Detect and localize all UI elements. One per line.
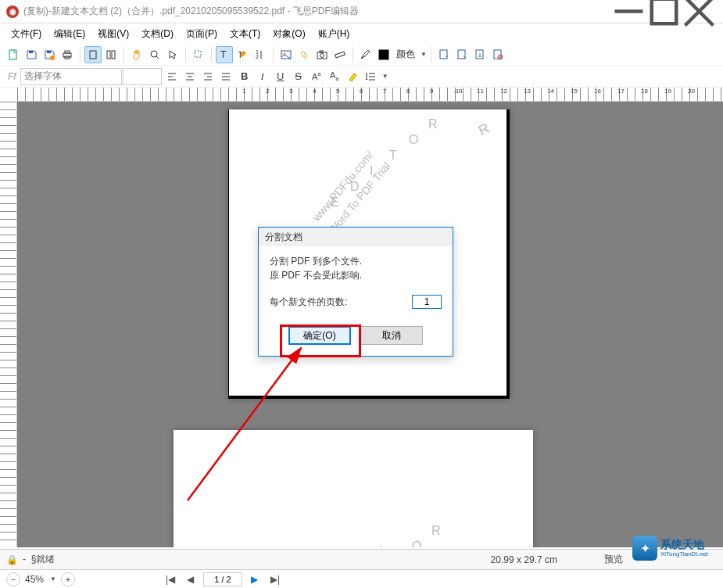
- svg-rect-11: [90, 51, 96, 59]
- svg-rect-26: [320, 51, 323, 52]
- prev-page-button[interactable]: ◀: [183, 572, 199, 586]
- toolbar-format: Ff 选择字体 B I U S Aa Aa ▼: [0, 66, 723, 88]
- pages-per-file-input[interactable]: [412, 295, 442, 309]
- color-picker-button[interactable]: [375, 46, 392, 63]
- svg-point-25: [320, 53, 324, 57]
- page-dimensions: 20.99 x 29.7 cm: [491, 554, 557, 565]
- line-spacing-button[interactable]: [363, 68, 380, 85]
- menu-view[interactable]: 视图(V): [91, 25, 135, 43]
- save-as-button[interactable]: [41, 46, 58, 63]
- font-selector[interactable]: 选择字体: [20, 68, 122, 85]
- zoom-level: 45%: [25, 574, 44, 585]
- menu-document[interactable]: 文档(D): [135, 25, 180, 43]
- dialog-line1: 分割 PDF 到多个文件.: [270, 254, 442, 268]
- continuous-mode-button[interactable]: [102, 46, 120, 63]
- app-icon: ◉: [6, 5, 19, 18]
- pages-per-file-label: 每个新文件的页数:: [270, 295, 412, 309]
- dialog-line2: 原 PDF 不会受此影响.: [270, 268, 442, 282]
- hand-tool-button[interactable]: [128, 46, 145, 63]
- window-title: (复制)-新建文本文档 (2)（合并）.pdf_2021020509553952…: [23, 5, 611, 18]
- status-ready: - §就绪: [23, 553, 55, 566]
- watermark-url: www.PDFdu.com/: [310, 149, 376, 224]
- text-tool-button[interactable]: T: [216, 46, 233, 63]
- statusbar-upper: 🔒 - §就绪 20.99 x 29.7 cm 预览: [0, 549, 723, 569]
- subscript-button[interactable]: Aa: [326, 68, 343, 85]
- titlebar: ◉ (复制)-新建文本文档 (2)（合并）.pdf_20210205095539…: [0, 0, 723, 23]
- page-number-input[interactable]: [203, 572, 242, 586]
- extract-page-button[interactable]: [471, 46, 489, 63]
- menu-text[interactable]: 文本(T): [224, 25, 267, 43]
- align-right-button[interactable]: [199, 68, 217, 85]
- font-family-label: Ff: [5, 71, 20, 82]
- dialog-body: 分割 PDF 到多个文件. 原 PDF 不会受此影响. 每个新文件的页数:: [259, 246, 453, 317]
- menu-page[interactable]: 页面(P): [180, 25, 224, 43]
- last-page-button[interactable]: ▶|: [267, 572, 283, 586]
- svg-text:T: T: [220, 49, 227, 60]
- underline-button[interactable]: U: [272, 68, 289, 85]
- watermark-letters-1: R: [476, 117, 498, 139]
- maximize-button[interactable]: [646, 1, 682, 23]
- menu-edit[interactable]: 编辑(E): [48, 25, 91, 43]
- next-page-button[interactable]: ▶: [247, 572, 263, 586]
- ruler-horizontal: 123456789-1011121314151617181920: [17, 88, 723, 102]
- zoom-tool-button[interactable]: [146, 46, 163, 63]
- align-justify-button[interactable]: [217, 68, 234, 85]
- line-spacing-caret[interactable]: ▼: [382, 73, 388, 80]
- site-watermark-text1: 系统天地: [660, 539, 708, 550]
- image-tool-button[interactable]: [277, 46, 295, 63]
- new-file-button[interactable]: [5, 46, 22, 63]
- first-page-button[interactable]: |◀: [163, 572, 178, 586]
- delete-page-button[interactable]: [453, 46, 471, 63]
- brush-tool-button[interactable]: [357, 46, 374, 63]
- strikethrough-button[interactable]: S: [290, 68, 307, 85]
- svg-text:+: +: [445, 53, 449, 60]
- color-dropdown-caret[interactable]: ▼: [421, 51, 427, 58]
- page-mode-button[interactable]: [84, 46, 102, 63]
- superscript-button[interactable]: Aa: [308, 68, 325, 85]
- camera-tool-button[interactable]: [313, 46, 331, 63]
- italic-button[interactable]: I: [254, 68, 271, 85]
- close-button[interactable]: [682, 1, 717, 23]
- svg-rect-1: [652, 0, 677, 23]
- page-2[interactable]: www.PDFdu.com/ Word To PDF Trial T O R: [174, 430, 533, 547]
- svg-rect-6: [47, 51, 51, 53]
- site-watermark-text2: XiTongTianDi.net: [660, 550, 708, 558]
- dialog-title: 分割文档: [259, 228, 453, 246]
- svg-line-15: [156, 56, 159, 59]
- statusbar-lower: − 45% ▼ + |◀ ◀ ▶ ▶|: [0, 569, 723, 588]
- menu-object[interactable]: 对象(O): [267, 25, 311, 43]
- crop-tool-button[interactable]: [190, 46, 207, 63]
- svg-point-7: [50, 56, 55, 60]
- zoom-out-button[interactable]: −: [6, 572, 20, 586]
- vertical-text-button[interactable]: 12: [252, 46, 269, 63]
- menu-account[interactable]: 账户(H): [312, 25, 356, 43]
- link-tool-button[interactable]: [295, 46, 313, 63]
- ruler-vertical: [0, 102, 17, 547]
- ruler-tool-button[interactable]: [331, 46, 349, 63]
- text-edit-button[interactable]: T: [234, 46, 251, 63]
- print-button[interactable]: [59, 46, 76, 63]
- bold-button[interactable]: B: [236, 68, 253, 85]
- highlight-button[interactable]: [344, 68, 361, 85]
- select-arrow-button[interactable]: [164, 46, 181, 63]
- remove-page-button[interactable]: [489, 46, 506, 63]
- cancel-button[interactable]: 取消: [360, 326, 423, 345]
- minimize-button[interactable]: [611, 1, 646, 23]
- save-button[interactable]: [23, 46, 40, 63]
- svg-rect-13: [112, 51, 115, 59]
- svg-rect-12: [107, 51, 110, 59]
- zoom-dropdown-caret[interactable]: ▼: [50, 575, 56, 583]
- svg-point-14: [151, 51, 157, 57]
- ok-button[interactable]: 确定(O): [288, 326, 351, 345]
- insert-page-button[interactable]: +: [435, 46, 453, 63]
- svg-rect-4: [9, 50, 16, 59]
- zoom-in-button[interactable]: +: [61, 572, 75, 586]
- site-watermark: ✦ 系统天地 XiTongTianDi.net: [632, 532, 718, 565]
- split-document-dialog: 分割文档 分割 PDF 到多个文件. 原 PDF 不会受此影响. 每个新文件的页…: [258, 227, 453, 357]
- align-center-button[interactable]: [181, 68, 199, 85]
- font-size-selector[interactable]: [123, 68, 162, 85]
- menu-file[interactable]: 文件(F): [5, 25, 48, 43]
- preview-label[interactable]: 预览: [604, 553, 623, 566]
- svg-text:2: 2: [256, 54, 259, 59]
- align-left-button[interactable]: [163, 68, 181, 85]
